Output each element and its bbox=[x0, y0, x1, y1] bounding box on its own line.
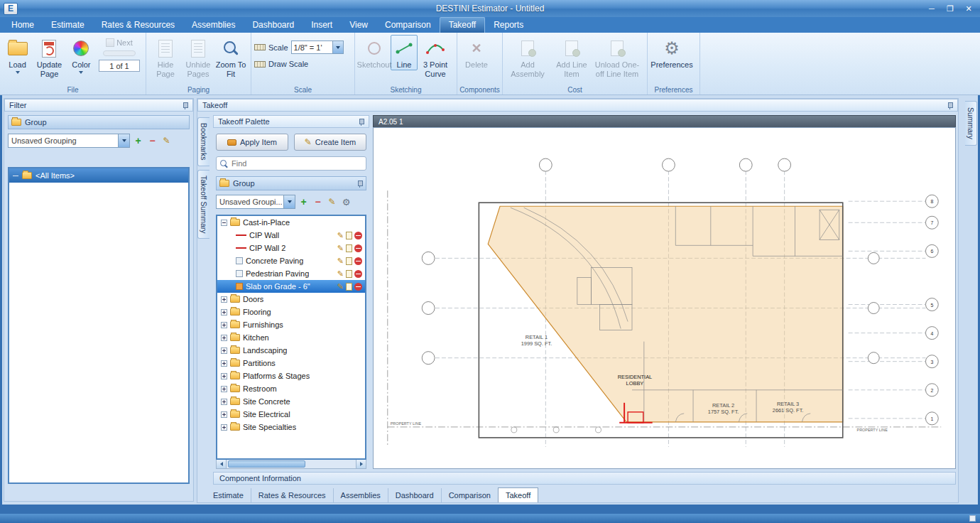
expand-icon[interactable] bbox=[221, 411, 227, 418]
zoom-to-fit-button[interactable]: Zoom To Fit bbox=[214, 35, 247, 79]
collapse-icon[interactable] bbox=[221, 220, 227, 226]
chevron-down-icon[interactable] bbox=[283, 195, 295, 208]
load-button[interactable]: Load bbox=[3, 35, 32, 75]
pin-icon[interactable] bbox=[181, 102, 188, 109]
minimize-icon[interactable]: ─ bbox=[923, 2, 940, 15]
grouping-combobox[interactable]: Unsaved Grouping bbox=[8, 134, 130, 148]
expand-icon[interactable] bbox=[221, 347, 227, 354]
edit-icon[interactable] bbox=[337, 244, 344, 253]
tree-item-restroom[interactable]: Restroom bbox=[217, 382, 365, 395]
menu-tab-view[interactable]: View bbox=[341, 18, 376, 33]
tree-item-furnishings[interactable]: Furnishings bbox=[217, 318, 365, 331]
copy-icon[interactable] bbox=[346, 232, 352, 239]
remove-icon[interactable] bbox=[354, 270, 362, 278]
edit-icon[interactable] bbox=[337, 269, 344, 279]
tree-item-site-concrete[interactable]: Site Concrete bbox=[217, 395, 365, 408]
update-page-button[interactable]: Update Page bbox=[32, 35, 67, 79]
three-point-curve-button[interactable]: 3 Point Curve bbox=[418, 35, 453, 79]
tab-summary[interactable]: Summary bbox=[965, 101, 977, 146]
pin-icon[interactable] bbox=[946, 102, 953, 109]
copy-icon[interactable] bbox=[346, 283, 352, 291]
chevron-down-icon[interactable] bbox=[332, 41, 343, 53]
tab-takeoff[interactable]: Takeoff bbox=[498, 487, 538, 502]
edit-grouping-icon[interactable]: ✎ bbox=[326, 196, 338, 208]
find-input[interactable] bbox=[232, 159, 362, 168]
expand-icon[interactable] bbox=[221, 309, 227, 316]
tab-comparison[interactable]: Comparison bbox=[441, 488, 498, 502]
find-search-box[interactable] bbox=[216, 156, 366, 171]
tree-item-flooring[interactable]: Flooring bbox=[217, 306, 365, 318]
scale-select[interactable]: 1/8" = 1' bbox=[291, 41, 344, 54]
tree-item-partitions[interactable]: Partitions bbox=[217, 357, 365, 370]
add-grouping-icon[interactable]: + bbox=[298, 196, 310, 208]
component-information-bar[interactable]: Component Information bbox=[213, 472, 956, 485]
tree-item-pedestrian-paving[interactable]: Pedestrian Paving bbox=[217, 267, 365, 280]
tab-estimate[interactable]: Estimate bbox=[206, 488, 251, 502]
color-button[interactable]: Color bbox=[67, 35, 96, 75]
scroll-right-icon[interactable] bbox=[356, 460, 366, 468]
menu-tab-dashboard[interactable]: Dashboard bbox=[244, 18, 303, 33]
remove-icon[interactable] bbox=[354, 257, 362, 265]
tree-item-site-specialties[interactable]: Site Specialties bbox=[217, 421, 365, 433]
tree-item-platforms-stages[interactable]: Platforms & Stages bbox=[217, 370, 365, 382]
create-item-button[interactable]: Create Item bbox=[294, 134, 366, 151]
edit-grouping-icon[interactable]: ✎ bbox=[160, 135, 173, 147]
expand-icon[interactable] bbox=[221, 373, 227, 379]
edit-icon[interactable] bbox=[337, 257, 344, 266]
copy-icon[interactable] bbox=[346, 257, 352, 265]
pin-icon[interactable] bbox=[356, 180, 363, 188]
copy-icon[interactable] bbox=[346, 270, 352, 278]
remove-grouping-icon[interactable]: − bbox=[146, 135, 158, 147]
expand-icon[interactable] bbox=[221, 296, 227, 303]
draw-scale-button[interactable]: Draw Scale bbox=[254, 60, 344, 68]
menu-tab-estimate[interactable]: Estimate bbox=[43, 18, 93, 33]
expand-icon[interactable] bbox=[221, 360, 227, 367]
remove-icon[interactable] bbox=[354, 244, 362, 252]
edit-icon[interactable] bbox=[337, 231, 344, 240]
tree-item-cast-in-place[interactable]: Cast-in-Place bbox=[217, 216, 365, 229]
takeoff-highlight-region[interactable] bbox=[488, 206, 843, 422]
gear-icon[interactable]: ⚙ bbox=[340, 196, 352, 208]
scroll-left-icon[interactable] bbox=[217, 460, 227, 468]
tab-dashboard[interactable]: Dashboard bbox=[388, 488, 441, 502]
line-tool-button[interactable]: Line bbox=[391, 35, 418, 70]
remove-icon[interactable] bbox=[354, 232, 362, 239]
floor-plan-svg[interactable]: 8 7 6 5 4 3 2 1 RETAIL 1 1999 SQ. F bbox=[374, 128, 955, 468]
tree-item-slab-on-grade[interactable]: Slab on Grade - 6" bbox=[217, 280, 365, 293]
scrollbar-thumb[interactable] bbox=[228, 460, 305, 468]
chevron-down-icon[interactable] bbox=[118, 134, 129, 147]
tab-bookmarks[interactable]: Bookmarks bbox=[197, 117, 209, 166]
resize-grip-icon[interactable] bbox=[969, 515, 976, 522]
tree-item-cip-wall-2[interactable]: CIP Wall 2 bbox=[217, 242, 365, 254]
tree-item-site-electrical[interactable]: Site Electrical bbox=[217, 408, 365, 421]
floor-plan-canvas[interactable]: 8 7 6 5 4 3 2 1 RETAIL 1 1999 SQ. F bbox=[373, 127, 956, 469]
expand-icon[interactable] bbox=[221, 399, 227, 405]
tree-item-concrete-paving[interactable]: Concrete Paving bbox=[217, 254, 365, 267]
expand-icon[interactable] bbox=[221, 335, 227, 341]
menu-tab-assemblies[interactable]: Assemblies bbox=[183, 18, 244, 33]
all-items-row[interactable]: <All Items> bbox=[9, 168, 188, 183]
remove-icon[interactable] bbox=[354, 283, 362, 291]
tree-item-landscaping[interactable]: Landscaping bbox=[217, 344, 365, 357]
expand-icon[interactable] bbox=[221, 424, 227, 431]
palette-grouping-combobox[interactable]: Unsaved Groupi... bbox=[216, 195, 295, 209]
menu-tab-home[interactable]: Home bbox=[3, 18, 43, 33]
expand-icon[interactable] bbox=[221, 322, 227, 328]
edit-icon[interactable] bbox=[337, 282, 344, 291]
tab-assemblies[interactable]: Assemblies bbox=[333, 488, 388, 502]
tree-item-cip-wall[interactable]: CIP Wall bbox=[217, 229, 365, 242]
menu-tab-rates-resources[interactable]: Rates & Resources bbox=[93, 18, 183, 33]
tab-takeoff-summary[interactable]: Takeoff Summary bbox=[197, 170, 209, 239]
menu-tab-insert[interactable]: Insert bbox=[303, 18, 341, 33]
preferences-button[interactable]: Preferences bbox=[650, 35, 693, 70]
remove-grouping-icon[interactable]: − bbox=[312, 196, 324, 208]
tab-rates-resources[interactable]: Rates & Resources bbox=[251, 488, 333, 502]
maximize-icon[interactable]: ❐ bbox=[942, 2, 959, 15]
apply-item-button[interactable]: Apply Item bbox=[216, 134, 288, 151]
palette-horizontal-scrollbar[interactable] bbox=[216, 460, 366, 469]
menu-tab-comparison[interactable]: Comparison bbox=[376, 18, 440, 33]
menu-tab-reports[interactable]: Reports bbox=[485, 18, 532, 33]
tree-item-doors[interactable]: Doors bbox=[217, 293, 365, 306]
tree-item-kitchen[interactable]: Kitchen bbox=[217, 331, 365, 344]
close-icon[interactable]: ✕ bbox=[960, 2, 977, 15]
